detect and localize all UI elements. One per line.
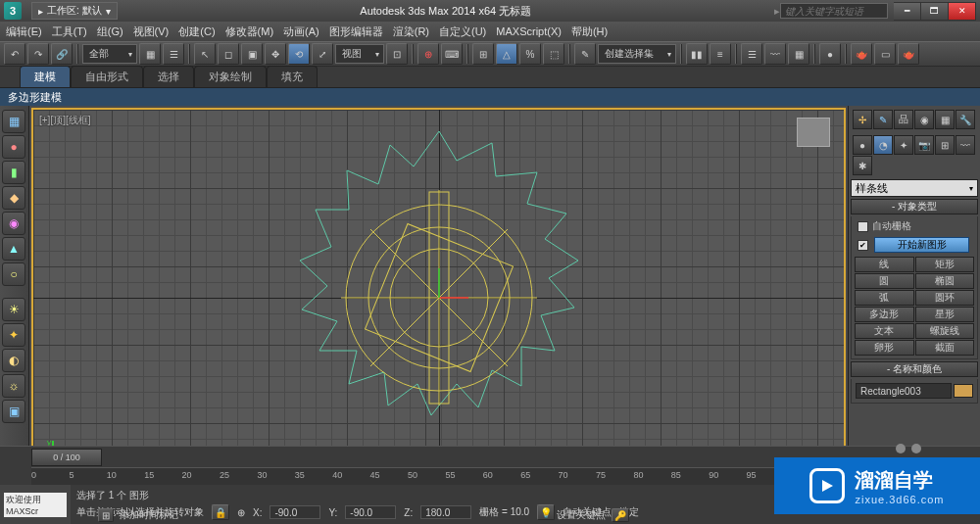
menu-rendering[interactable]: 渲染(R) bbox=[393, 24, 429, 39]
palette-light4-icon[interactable]: ☼ bbox=[2, 374, 25, 398]
palette-light-icon[interactable]: ☀ bbox=[2, 298, 25, 321]
angle-snap-icon[interactable]: △ bbox=[496, 43, 517, 65]
rollout-objecttype[interactable]: - 对象类型 bbox=[851, 199, 978, 214]
maximize-button[interactable]: 🗖 bbox=[921, 2, 949, 21]
palette-tube-icon[interactable]: ○ bbox=[2, 262, 25, 286]
menu-help[interactable]: 帮助(H) bbox=[571, 24, 608, 39]
geometry-icon[interactable]: ● bbox=[853, 135, 872, 155]
menu-view[interactable]: 视图(V) bbox=[133, 24, 170, 39]
window-crossing-icon[interactable]: ▣ bbox=[241, 43, 263, 65]
menu-modifiers[interactable]: 修改器(M) bbox=[225, 24, 274, 39]
rollout-namecolor[interactable]: - 名称和颜色 bbox=[851, 361, 978, 377]
shape-donut-button[interactable]: 圆环 bbox=[915, 290, 975, 306]
workspace-dropdown[interactable]: ▸ 工作区: 默认 ▾ bbox=[31, 2, 118, 20]
select-icon[interactable]: ▦ bbox=[139, 43, 161, 65]
percent-snap-icon[interactable]: % bbox=[519, 43, 541, 65]
cameras-icon[interactable]: 📷 bbox=[914, 135, 934, 155]
palette-light3-icon[interactable]: ◐ bbox=[2, 349, 25, 372]
render-setup-icon[interactable]: 🫖 bbox=[851, 43, 872, 65]
layers-icon[interactable]: ☰ bbox=[741, 43, 762, 65]
shape-circle-button[interactable]: 圆 bbox=[855, 273, 914, 289]
setkey-button[interactable]: 设置关键点 bbox=[557, 508, 606, 522]
selection-filter-dropdown[interactable]: 全部 bbox=[82, 44, 137, 64]
help-search-input[interactable] bbox=[780, 3, 888, 19]
align-icon[interactable]: ≡ bbox=[710, 43, 731, 65]
minimize-button[interactable]: ━ bbox=[894, 2, 921, 21]
shape-line-button[interactable]: 线 bbox=[855, 257, 914, 272]
palette-camera-icon[interactable]: ▣ bbox=[2, 400, 25, 423]
tab-modeling[interactable]: 建模 bbox=[20, 66, 71, 87]
editnamed-icon[interactable]: ✎ bbox=[574, 43, 596, 65]
shape-ngon-button[interactable]: 多边形 bbox=[855, 307, 914, 322]
rotate-icon[interactable]: ⟲ bbox=[288, 43, 310, 65]
lights-icon[interactable]: ✦ bbox=[894, 135, 913, 155]
select-name-icon[interactable]: ☰ bbox=[163, 43, 184, 65]
palette-sphere-icon[interactable]: ● bbox=[2, 135, 25, 159]
hierarchy-panel-icon[interactable]: 品 bbox=[894, 110, 913, 129]
palette-light2-icon[interactable]: ✦ bbox=[2, 323, 25, 347]
shape-helix-button[interactable]: 螺旋线 bbox=[915, 323, 975, 339]
menu-maxscript[interactable]: MAXScript(X) bbox=[496, 25, 562, 37]
render-frame-icon[interactable]: ▭ bbox=[874, 43, 896, 65]
autogrid-checkbox[interactable] bbox=[858, 221, 868, 232]
display-panel-icon[interactable]: ▦ bbox=[935, 110, 955, 129]
close-button[interactable]: ✕ bbox=[949, 2, 976, 21]
shape-ellipse-button[interactable]: 椭圆 bbox=[915, 273, 975, 289]
tab-selection[interactable]: 选择 bbox=[143, 66, 194, 87]
utilities-panel-icon[interactable]: 🔧 bbox=[956, 110, 975, 129]
add-time-tag[interactable]: 添加时间标记 bbox=[120, 508, 178, 522]
shape-section-button[interactable]: 截面 bbox=[915, 340, 975, 356]
time-slider[interactable]: 0 / 100 bbox=[31, 449, 102, 466]
shape-star-button[interactable]: 星形 bbox=[915, 307, 975, 322]
systems-icon[interactable]: ✱ bbox=[853, 156, 872, 175]
viewport-top[interactable]: [+][顶][线框] bbox=[31, 108, 846, 488]
menu-edit[interactable]: 编辑(E) bbox=[6, 24, 42, 39]
menu-animation[interactable]: 动画(A) bbox=[283, 24, 319, 39]
shape-text-button[interactable]: 文本 bbox=[855, 323, 914, 339]
app-icon[interactable]: 3 bbox=[4, 2, 22, 20]
maxscript-listener[interactable]: 欢迎使用 MAXScr bbox=[4, 493, 67, 517]
create-panel-icon[interactable]: ✢ bbox=[853, 110, 872, 129]
palette-cone-icon[interactable]: ▲ bbox=[2, 237, 25, 261]
start-new-shape-button[interactable]: 开始新图形 bbox=[874, 237, 969, 253]
shapes-icon[interactable]: ◔ bbox=[873, 135, 893, 155]
shape-rectangle-button[interactable]: 矩形 bbox=[915, 257, 975, 272]
modify-panel-icon[interactable]: ✎ bbox=[873, 110, 893, 129]
redo-icon[interactable]: ↷ bbox=[27, 43, 49, 65]
material-editor-icon[interactable]: ● bbox=[819, 43, 841, 65]
menu-tools[interactable]: 工具(T) bbox=[52, 24, 87, 39]
cursor-icon[interactable]: ↖ bbox=[194, 43, 216, 65]
curve-editor-icon[interactable]: 〰 bbox=[764, 43, 786, 65]
palette-box-icon[interactable]: ▦ bbox=[2, 110, 25, 133]
menu-create[interactable]: 创建(C) bbox=[178, 24, 215, 39]
rect-select-icon[interactable]: ◻ bbox=[218, 43, 239, 65]
render-icon[interactable]: 🫖 bbox=[898, 43, 919, 65]
motion-panel-icon[interactable]: ◉ bbox=[914, 110, 934, 129]
named-selection-dropdown[interactable]: 创建选择集 bbox=[598, 44, 676, 64]
tab-objectpaint[interactable]: 对象绘制 bbox=[194, 66, 267, 87]
spacewarps-icon[interactable]: 〰 bbox=[956, 135, 975, 155]
menu-grapheditors[interactable]: 图形编辑器 bbox=[329, 24, 383, 39]
helpers-icon[interactable]: ⊞ bbox=[935, 135, 955, 155]
pivot-icon[interactable]: ⊡ bbox=[386, 43, 408, 65]
tab-freeform[interactable]: 自由形式 bbox=[71, 66, 143, 87]
timeline-ruler[interactable]: 0 5 10 15 20 25 30 35 40 45 50 55 60 65 … bbox=[31, 467, 784, 485]
time-config-icon[interactable]: ⊞ bbox=[98, 508, 114, 522]
shape-egg-button[interactable]: 卵形 bbox=[855, 340, 914, 356]
scale-icon[interactable]: ⤢ bbox=[312, 43, 333, 65]
undo-icon[interactable]: ↶ bbox=[4, 43, 25, 65]
menu-group[interactable]: 组(G) bbox=[97, 24, 123, 39]
move-icon[interactable]: ✥ bbox=[265, 43, 286, 65]
startnew-checkbox[interactable]: ✔ bbox=[858, 240, 868, 251]
palette-plane-icon[interactable]: ◆ bbox=[2, 186, 25, 210]
shape-category-dropdown[interactable]: 样条线 bbox=[851, 179, 978, 197]
object-color-swatch[interactable] bbox=[954, 384, 973, 398]
palette-cylinder-icon[interactable]: ▮ bbox=[2, 161, 25, 184]
palette-torus-icon[interactable]: ◉ bbox=[2, 212, 25, 235]
snap-toggle-icon[interactable]: ⊞ bbox=[472, 43, 494, 65]
menu-customize[interactable]: 自定义(U) bbox=[439, 24, 486, 39]
manipulate-icon[interactable]: ⊕ bbox=[417, 43, 439, 65]
schematic-icon[interactable]: ▦ bbox=[788, 43, 809, 65]
tab-populate[interactable]: 填充 bbox=[267, 66, 318, 87]
viewcube-icon[interactable] bbox=[797, 118, 830, 147]
